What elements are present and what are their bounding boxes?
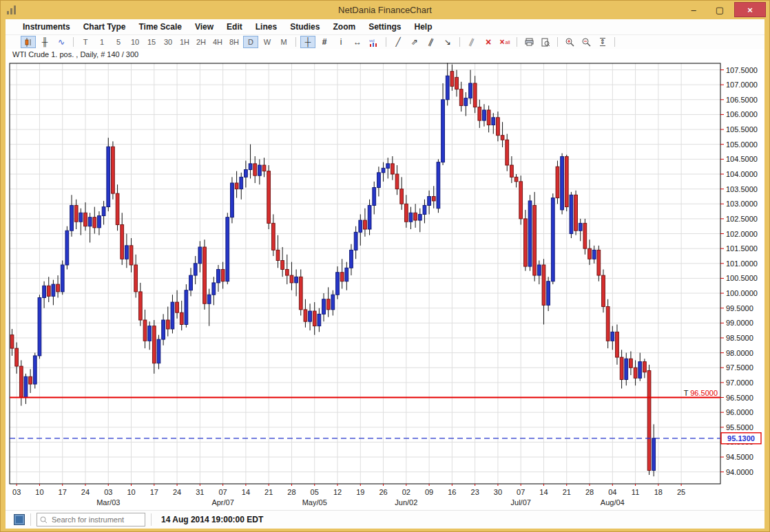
svg-text:28: 28 [585,488,594,496]
svg-text:04: 04 [608,488,616,496]
crosshair-button[interactable]: ┼ [300,36,315,48]
timescale-button-8H[interactable]: 8H [227,36,242,48]
svg-text:101.0000: 101.0000 [726,259,758,268]
toolbar-separator [614,37,615,47]
svg-text:Aug/04: Aug/04 [601,498,625,507]
menu-item-chart-type[interactable]: Chart Type [83,22,126,32]
print-preview-icon [541,38,550,47]
timescale-button-1[interactable]: 1 [94,36,110,48]
timescale-button-10[interactable]: 10 [127,36,143,48]
svg-text:May/05: May/05 [302,498,327,507]
svg-text:12: 12 [333,488,342,496]
angle-lines-icon: ∥ [468,37,476,46]
ohlc-bars-icon: ╫ [42,38,48,46]
instrument-search-box[interactable] [37,513,145,526]
app-window: NetDania FinanceChart – ▢ × InstrumentsC… [0,0,770,532]
toolbar-separator [517,37,517,47]
timescale-button-2H[interactable]: 2H [194,36,209,48]
delete-all-sub-label: all [506,40,510,45]
svg-text:106.0000: 106.0000 [726,110,758,118]
line-chart-button[interactable]: ∿ [54,36,69,48]
svg-text:103.5000: 103.5000 [726,185,758,193]
maximize-button[interactable]: ▢ [708,3,731,17]
menu-bar: InstrumentsChart TypeTime ScaleViewEditL… [6,19,764,35]
trendline-tool-button[interactable]: ╱ [391,36,406,48]
svg-text:97.0000: 97.0000 [726,379,753,387]
svg-text:100.5000: 100.5000 [726,274,758,282]
print-preview-button[interactable] [538,36,553,48]
timescale-button-W[interactable]: W [260,36,275,48]
svg-text:25: 25 [677,488,685,496]
svg-text:98.5000: 98.5000 [726,334,753,342]
svg-text:05: 05 [311,488,319,496]
svg-text:09: 09 [425,488,433,496]
timescale-button-1H[interactable]: 1H [177,36,192,48]
zoom-in-button[interactable] [562,36,577,48]
pointer-tool-button[interactable]: ↘ [440,36,455,48]
toolbar: ╫ ∿ T151015301H2H4H8HDWM ┼ # i ↔ vol ╱ ⇗… [6,35,764,49]
workspace-button[interactable] [14,514,25,525]
info-button[interactable]: i [333,36,348,48]
timescale-button-15[interactable]: 15 [144,36,159,48]
zoom-out-button[interactable] [579,36,594,48]
svg-text:95.1300: 95.1300 [727,434,755,443]
svg-text:02: 02 [402,488,410,496]
price-chart[interactable]: 94.000094.500095.000095.500096.000096.50… [6,62,764,510]
pan-horizontal-button[interactable]: ↔ [350,36,365,48]
menu-item-edit[interactable]: Edit [227,22,242,32]
candlestick-chart-button[interactable] [21,36,36,48]
svg-text:11: 11 [632,488,639,496]
svg-text:95.5000: 95.5000 [726,423,753,432]
search-input[interactable] [50,515,136,524]
timescale-button-D[interactable]: D [243,36,258,48]
timescale-button-30[interactable]: 30 [160,36,176,48]
close-button[interactable]: × [734,2,766,17]
svg-text:21: 21 [563,488,571,496]
toolbar-separator [295,37,296,47]
svg-text:07: 07 [517,488,525,496]
timescale-button-T[interactable]: T [78,36,93,48]
timescale-button-5[interactable]: 5 [111,36,126,48]
svg-text:24: 24 [173,488,181,496]
ohlc-bars-button[interactable]: ╫ [37,36,52,48]
svg-text:28: 28 [287,488,295,496]
svg-text:106.5000: 106.5000 [726,96,758,104]
window-content: InstrumentsChart TypeTime ScaleViewEditL… [6,19,764,527]
menu-item-zoom[interactable]: Zoom [333,22,355,32]
svg-text:99.0000: 99.0000 [726,319,753,327]
window-title: NetDania FinanceChart [0,5,770,15]
delete-line-button[interactable]: × [481,36,496,48]
timestamp-label: 14 Aug 2014 19:00:00 EDT [161,515,263,524]
parallel-lines-tool-button[interactable]: ∥ [424,36,439,48]
menu-item-studies[interactable]: Studies [290,22,320,32]
toolbar-separator [386,37,386,47]
volume-icon: vol [369,38,379,47]
timescale-button-4H[interactable]: 4H [210,36,225,48]
delete-all-lines-button[interactable]: ×all [497,36,512,48]
print-icon [525,38,534,46]
menu-item-settings[interactable]: Settings [368,22,401,32]
menu-item-lines[interactable]: Lines [256,22,277,32]
menu-item-view[interactable]: View [195,22,214,32]
svg-text:16: 16 [448,488,456,496]
print-button[interactable] [521,36,537,48]
menu-item-instruments[interactable]: Instruments [23,22,70,32]
svg-text:Mar/03: Mar/03 [96,498,120,507]
svg-text:104.5000: 104.5000 [726,155,758,163]
svg-text:102.0000: 102.0000 [726,230,758,238]
timescale-button-M[interactable]: M [276,36,291,48]
svg-text:19: 19 [356,488,364,496]
menu-item-help[interactable]: Help [414,22,432,32]
svg-text:94.0000: 94.0000 [726,468,753,476]
volume-button[interactable]: vol [366,36,382,48]
instrument-label: WTI Crude 1. pos. , Daily, # 140 / 300 [12,50,138,58]
ray-tool-button[interactable]: ⇗ [407,36,422,48]
grid-toggle-button[interactable]: # [317,36,332,48]
grid-icon: # [322,38,327,46]
minimize-button[interactable]: – [682,3,705,17]
svg-text:21: 21 [264,488,273,496]
fit-vertical-button[interactable]: ⇕ [595,36,610,48]
angle-lines-button[interactable]: ∥ [464,36,479,48]
menu-item-time-scale[interactable]: Time Scale [138,22,181,32]
pointer-arrow-icon: ↘ [444,38,451,46]
